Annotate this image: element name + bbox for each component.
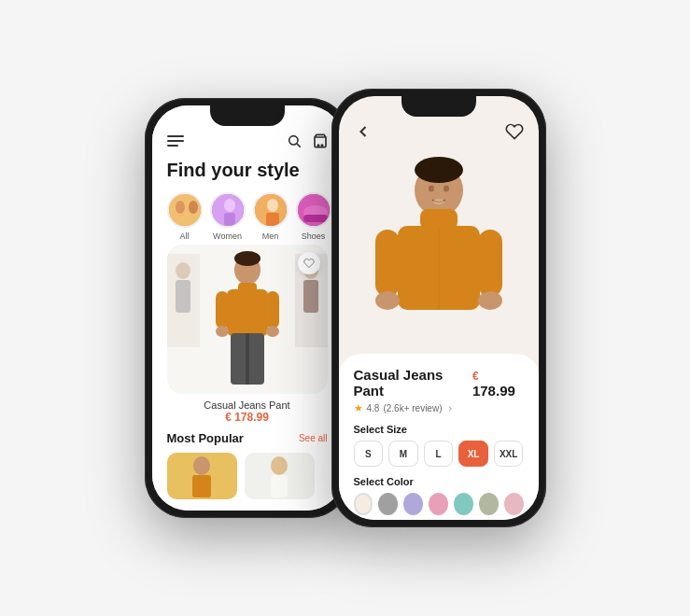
- svg-rect-16: [303, 215, 328, 222]
- left-phone: Find your style All: [145, 98, 350, 518]
- main-product-card[interactable]: [167, 245, 328, 394]
- svg-point-0: [289, 136, 297, 145]
- svg-rect-30: [238, 283, 257, 298]
- right-man-svg: [364, 153, 514, 349]
- product-name-right: Casual Jeans Pant: [354, 367, 472, 399]
- category-women[interactable]: Women: [210, 192, 246, 241]
- svg-point-38: [193, 456, 210, 475]
- thumbnails-row: [152, 449, 343, 503]
- size-M[interactable]: M: [388, 441, 418, 467]
- svg-point-41: [271, 456, 288, 475]
- rating-value: 4.8: [367, 403, 380, 413]
- color-gray[interactable]: [378, 493, 398, 515]
- color-mint[interactable]: [454, 493, 473, 515]
- right-notch: [401, 96, 476, 117]
- size-label: Select Size: [354, 424, 524, 435]
- menu-icon[interactable]: [167, 135, 184, 147]
- see-all-link[interactable]: See all: [299, 433, 328, 443]
- color-pink[interactable]: [429, 493, 448, 515]
- thumb-item-1[interactable]: [167, 453, 237, 499]
- right-screen: Casual Jeans Pant € 178.99 ★ 4.8 (2.6k+ …: [339, 96, 539, 520]
- svg-rect-36: [246, 333, 249, 385]
- cat-all-circle: [167, 192, 203, 228]
- categories-row: All Women: [152, 189, 343, 245]
- thumb-img-1: [167, 453, 237, 499]
- svg-point-46: [444, 186, 449, 192]
- cat-women-circle: [210, 192, 246, 228]
- category-shoes[interactable]: Shoes: [296, 192, 331, 241]
- category-men[interactable]: Men: [253, 192, 289, 241]
- product-info-left: Casual Jeans Pant € 178.99: [152, 394, 343, 427]
- color-lavender[interactable]: [403, 493, 423, 515]
- cat-women-label: Women: [213, 231, 242, 241]
- svg-rect-5: [169, 194, 203, 228]
- svg-point-7: [189, 201, 198, 214]
- svg-rect-42: [271, 475, 288, 497]
- svg-point-3: [317, 145, 318, 146]
- category-all[interactable]: All: [167, 192, 203, 241]
- svg-point-45: [429, 186, 434, 192]
- svg-rect-31: [216, 291, 229, 329]
- svg-rect-39: [192, 475, 211, 497]
- product-name-left: Casual Jeans Pant: [152, 399, 343, 411]
- left-screen: Find your style All: [152, 105, 343, 511]
- cat-men-circle: [253, 192, 289, 228]
- svg-point-27: [234, 251, 261, 266]
- header-icons: [287, 133, 328, 148]
- phones-container: Find your style All: [145, 89, 546, 527]
- cart-icon[interactable]: [313, 133, 328, 148]
- svg-rect-32: [266, 291, 279, 329]
- cat-all-label: All: [179, 231, 189, 241]
- price-row: Casual Jeans Pant € 178.99: [354, 367, 524, 399]
- most-popular-title: Most Popular: [167, 431, 244, 445]
- man-svg: [210, 249, 285, 389]
- color-sage[interactable]: [479, 493, 499, 515]
- svg-point-34: [266, 326, 279, 337]
- svg-rect-51: [375, 230, 400, 297]
- size-XL[interactable]: XL: [458, 441, 488, 467]
- euro-symbol: €: [472, 370, 479, 383]
- star-icon: ★: [354, 402, 363, 414]
- rating-row: ★ 4.8 (2.6k+ review): [354, 402, 524, 414]
- right-phone: Casual Jeans Pant € 178.99 ★ 4.8 (2.6k+ …: [331, 89, 546, 527]
- cat-shoes-circle: [296, 192, 331, 228]
- back-icon[interactable]: [354, 122, 373, 141]
- size-L[interactable]: L: [424, 441, 454, 467]
- size-row: S M L XL XXL: [354, 441, 524, 467]
- chevron-right-icon[interactable]: [445, 404, 455, 413]
- size-XXL[interactable]: XXL: [494, 441, 524, 467]
- svg-point-47: [433, 199, 444, 204]
- color-row: [354, 493, 524, 515]
- review-count: (2.6k+ review): [383, 403, 442, 413]
- size-S[interactable]: S: [354, 441, 384, 467]
- svg-line-1: [297, 144, 301, 147]
- svg-point-4: [321, 145, 322, 146]
- right-heart-icon[interactable]: [505, 122, 524, 141]
- svg-point-9: [224, 199, 235, 212]
- svg-point-33: [216, 326, 229, 337]
- color-cream[interactable]: [354, 493, 373, 515]
- color-label: Select Color: [354, 476, 524, 487]
- right-product-details: Casual Jeans Pant € 178.99 ★ 4.8 (2.6k+ …: [339, 354, 539, 520]
- page-title: Find your style: [152, 156, 343, 189]
- svg-point-54: [478, 291, 502, 310]
- svg-point-12: [267, 199, 278, 212]
- svg-point-53: [375, 291, 400, 310]
- color-blush[interactable]: [504, 493, 524, 515]
- search-icon[interactable]: [287, 133, 302, 148]
- thumb-item-2[interactable]: [245, 453, 315, 499]
- product-price-left: € 178.99: [152, 411, 343, 424]
- cat-shoes-label: Shoes: [302, 231, 326, 241]
- cat-men-label: Men: [262, 231, 279, 241]
- wishlist-button[interactable]: [298, 252, 320, 274]
- svg-rect-10: [224, 213, 235, 226]
- left-notch: [210, 105, 285, 126]
- thumb-img-2: [245, 453, 315, 499]
- most-popular-header: Most Popular See all: [152, 427, 343, 449]
- product-price-right: € 178.99: [472, 367, 524, 399]
- right-product-image: [339, 148, 539, 354]
- svg-point-6: [176, 201, 185, 214]
- svg-point-44: [415, 157, 463, 183]
- svg-rect-13: [266, 213, 279, 227]
- svg-rect-52: [478, 230, 502, 297]
